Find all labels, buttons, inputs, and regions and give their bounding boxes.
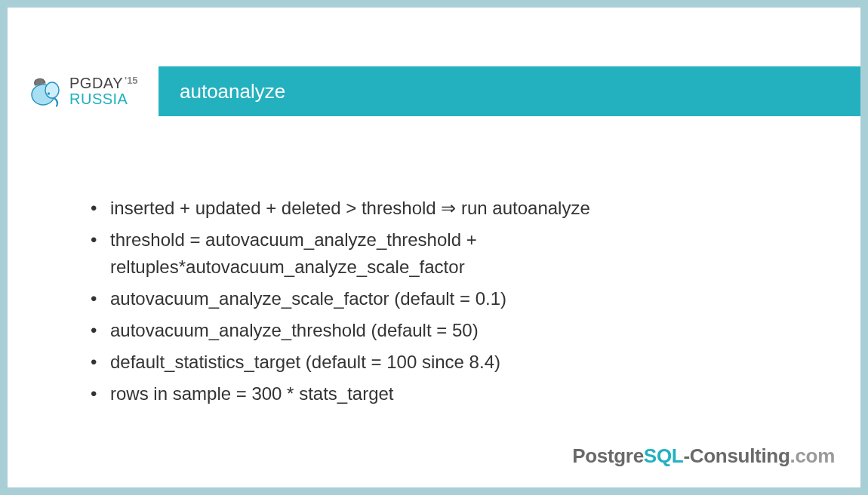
slide-title-bar: autoanalyze [159,66,860,116]
slide-title: autoanalyze [180,80,285,103]
elephant-icon [27,73,63,109]
event-logo: PGDAY'15 RUSSIA [8,66,159,116]
list-item: autovacuum_analyze_scale_factor (default… [91,285,800,312]
bullet-list: inserted + updated + deleted > threshold… [91,195,800,407]
logo-line1: PGDAY [69,75,123,91]
footer-part2: SQL [644,444,684,467]
footer-brand: PostgreSQL-Consulting.com [572,444,835,468]
footer-part4: .com [790,444,835,467]
logo-year: '15 [125,75,138,86]
slide-header: PGDAY'15 RUSSIA autoanalyze [8,66,860,116]
logo-text: PGDAY'15 RUSSIA [69,75,138,107]
svg-point-2 [48,92,50,94]
footer-part1: Postgre [572,444,644,467]
slide: PGDAY'15 RUSSIA autoanalyze inserted + u… [8,8,860,487]
svg-point-1 [45,82,59,98]
list-item: threshold = autovacuum_analyze_threshold… [91,226,800,281]
logo-line2: RUSSIA [69,91,138,107]
list-item: default_statistics_target (default = 100… [91,349,800,376]
list-item: autovacuum_analyze_threshold (default = … [91,317,800,344]
list-item: inserted + updated + deleted > threshold… [91,195,800,222]
slide-frame: PGDAY'15 RUSSIA autoanalyze inserted + u… [0,0,868,495]
footer-part3: -Consulting [683,444,790,467]
slide-content: inserted + updated + deleted > threshold… [91,195,800,412]
list-item: rows in sample = 300 * stats_target [91,380,800,407]
